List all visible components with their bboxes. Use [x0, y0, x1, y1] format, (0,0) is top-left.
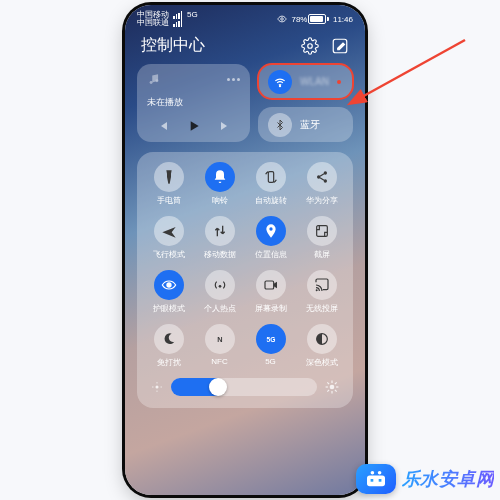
- dark-icon: [307, 324, 337, 354]
- tile-label: 飞行模式: [153, 249, 185, 260]
- tile-share[interactable]: 华为分享: [296, 162, 347, 206]
- tile-label: 响铃: [212, 195, 228, 206]
- tile-screenshot[interactable]: 截屏: [296, 216, 347, 260]
- hotspot-icon: [205, 270, 235, 300]
- svg-rect-34: [367, 475, 385, 486]
- svg-rect-11: [316, 226, 327, 237]
- tile-data[interactable]: 移动数据: [194, 216, 245, 260]
- svg-text:N: N: [217, 335, 222, 344]
- status-bar: 中国移动5G 中国联通 78% 11:46: [125, 5, 365, 29]
- svg-rect-38: [378, 479, 381, 482]
- tile-location[interactable]: 位置信息: [245, 216, 296, 260]
- tile-label: 免打扰: [157, 357, 181, 368]
- tile-cast[interactable]: 无线投屏: [296, 270, 347, 314]
- svg-point-5: [280, 85, 281, 86]
- watermark-logo-icon: [356, 464, 396, 494]
- tile-label: 位置信息: [255, 249, 287, 260]
- svg-point-10: [269, 227, 272, 230]
- tile-label: 自动旋转: [255, 195, 287, 206]
- tile-label: 移动数据: [204, 249, 236, 260]
- autorotate-icon: [256, 162, 286, 192]
- media-menu-icon[interactable]: [227, 78, 240, 81]
- phone-frame: 中国移动5G 中国联通 78% 11:46 控制中心: [125, 5, 365, 495]
- svg-rect-37: [370, 479, 373, 482]
- tile-eyecare[interactable]: 护眼模式: [143, 270, 194, 314]
- fiveg-icon: 5G: [256, 324, 286, 354]
- clock: 11:46: [333, 15, 353, 24]
- tile-dark[interactable]: 深色模式: [296, 324, 347, 368]
- play-icon[interactable]: [186, 118, 202, 134]
- media-state: 未在播放: [147, 96, 240, 109]
- svg-point-0: [281, 18, 284, 21]
- edit-icon[interactable]: [331, 37, 349, 55]
- tile-label: 5G: [265, 357, 276, 366]
- svg-point-36: [377, 471, 381, 475]
- tile-hotspot[interactable]: 个人热点: [194, 270, 245, 314]
- tile-label: 截屏: [314, 249, 330, 260]
- tile-label: 屏幕录制: [255, 303, 287, 314]
- next-track-icon[interactable]: [217, 118, 233, 134]
- flashlight-icon: [154, 162, 184, 192]
- quick-tiles-panel: 手电筒响铃自动旋转华为分享飞行模式移动数据位置信息截屏护眼模式个人热点屏幕录制无…: [137, 152, 353, 408]
- record-icon: [256, 270, 286, 300]
- tile-label: 护眼模式: [153, 303, 185, 314]
- bluetooth-toggle[interactable]: 蓝牙: [258, 107, 353, 142]
- tile-label: 深色模式: [306, 357, 338, 368]
- tile-record[interactable]: 屏幕录制: [245, 270, 296, 314]
- tile-label: 个人热点: [204, 303, 236, 314]
- network-indicator: 5G: [187, 11, 198, 19]
- svg-point-12: [166, 282, 171, 287]
- media-card[interactable]: 未在播放: [137, 64, 250, 142]
- brightness-high-icon: [325, 380, 339, 394]
- svg-text:5G: 5G: [266, 336, 275, 343]
- svg-point-13: [218, 285, 221, 288]
- share-icon: [307, 162, 337, 192]
- location-icon: [256, 216, 286, 246]
- signal-bars-2: [173, 19, 182, 27]
- brightness-low-icon: [151, 381, 163, 393]
- svg-point-19: [156, 386, 159, 389]
- svg-line-33: [360, 40, 465, 98]
- ring-icon: [205, 162, 235, 192]
- svg-line-32: [335, 382, 337, 384]
- dnd-icon: [154, 324, 184, 354]
- battery-indicator: 78%: [291, 14, 329, 24]
- svg-point-15: [315, 289, 317, 291]
- tile-label: 无线投屏: [306, 303, 338, 314]
- wifi-icon: [268, 70, 292, 94]
- carrier-2: 中国联通: [137, 19, 169, 27]
- tile-fiveg[interactable]: 5G5G: [245, 324, 296, 368]
- tile-dnd[interactable]: 免打扰: [143, 324, 194, 368]
- eyecare-icon: [154, 270, 184, 300]
- prev-track-icon[interactable]: [155, 118, 171, 134]
- svg-point-24: [330, 385, 335, 390]
- tile-label: 手电筒: [157, 195, 181, 206]
- watermark-text: 乐水安卓网: [402, 467, 495, 491]
- screenshot-icon: [307, 216, 337, 246]
- brightness-slider[interactable]: [171, 378, 317, 396]
- svg-line-31: [327, 390, 329, 392]
- wifi-toggle[interactable]: WLAN: [258, 64, 353, 99]
- bluetooth-icon: [268, 113, 292, 137]
- airplane-icon: [154, 216, 184, 246]
- music-note-icon: [147, 72, 161, 86]
- tile-autorotate[interactable]: 自动旋转: [245, 162, 296, 206]
- svg-point-3: [150, 81, 153, 84]
- svg-rect-6: [268, 172, 273, 183]
- nfc-icon: N: [205, 324, 235, 354]
- tile-label: NFC: [211, 357, 227, 366]
- tile-ring[interactable]: 响铃: [194, 162, 245, 206]
- page-title: 控制中心: [141, 35, 205, 56]
- tile-nfc[interactable]: NNFC: [194, 324, 245, 368]
- watermark: 乐水安卓网: [356, 464, 495, 494]
- bluetooth-label: 蓝牙: [300, 118, 320, 132]
- control-center-header: 控制中心: [125, 29, 365, 64]
- tile-flashlight[interactable]: 手电筒: [143, 162, 194, 206]
- tile-airplane[interactable]: 飞行模式: [143, 216, 194, 260]
- svg-rect-14: [265, 281, 274, 289]
- data-icon: [205, 216, 235, 246]
- svg-point-1: [308, 43, 313, 48]
- svg-line-29: [327, 382, 329, 384]
- signal-bars-1: [173, 11, 182, 19]
- settings-icon[interactable]: [301, 37, 319, 55]
